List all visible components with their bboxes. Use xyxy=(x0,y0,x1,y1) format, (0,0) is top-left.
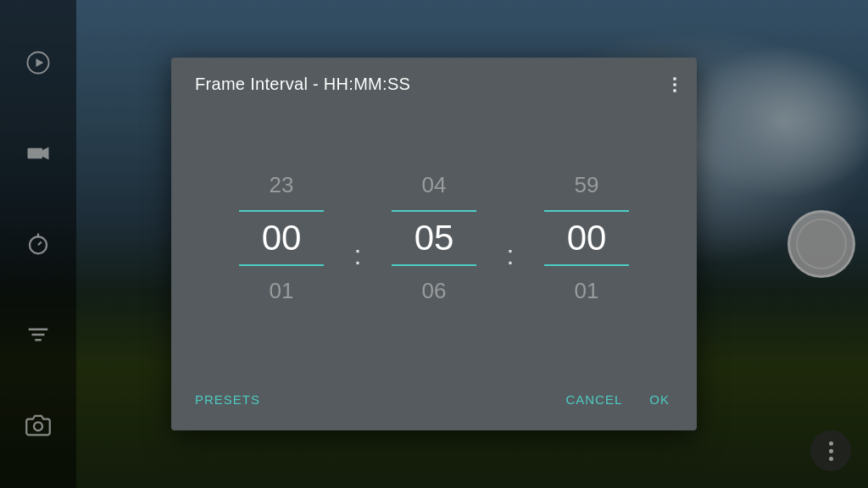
minutes-col-current[interactable]: 05 xyxy=(379,207,489,269)
minutes-value-wrapper: 05 xyxy=(392,207,476,269)
hours-below-value: 01 xyxy=(270,278,294,304)
colon-separator-1: : xyxy=(354,240,362,271)
minutes-top-line xyxy=(392,210,476,212)
time-picker: 23 04 59 00 xyxy=(171,108,697,377)
dialog-more-button[interactable] xyxy=(673,77,676,92)
hours-col-above: 23 xyxy=(226,172,337,198)
hours-col-below: 01 xyxy=(226,278,337,304)
minutes-above-value: 04 xyxy=(422,172,447,198)
seconds-top-line xyxy=(544,210,629,212)
cancel-button[interactable]: CANCEL xyxy=(552,385,636,413)
seconds-col-current[interactable]: 00 xyxy=(531,207,642,269)
seconds-col-below: 01 xyxy=(531,278,642,304)
minutes-bottom-line xyxy=(392,264,476,266)
seconds-col-above: 59 xyxy=(531,172,642,198)
time-above-row: 23 04 59 xyxy=(226,172,642,198)
hours-top-line xyxy=(239,210,324,212)
seconds-below-value: 01 xyxy=(575,278,599,304)
seconds-bottom-line xyxy=(544,264,629,266)
hours-value-wrapper: 00 xyxy=(239,207,324,269)
minutes-current-value: 05 xyxy=(415,215,454,261)
hours-bottom-line xyxy=(239,264,324,266)
seconds-current-value: 00 xyxy=(567,215,607,261)
frame-interval-dialog: Frame Interval - HH:MM:SS 23 04 59 xyxy=(171,58,697,430)
minutes-col-below: 06 xyxy=(379,278,489,304)
time-below-row: 01 06 01 xyxy=(226,278,642,304)
seconds-value-wrapper: 00 xyxy=(544,207,629,269)
colon-2: : xyxy=(489,206,531,271)
dialog-actions: PRESETS CANCEL OK xyxy=(171,377,697,430)
colon-1: : xyxy=(337,206,379,271)
presets-button[interactable]: PRESETS xyxy=(192,385,264,413)
minutes-col-above: 04 xyxy=(379,172,489,198)
hours-above-value: 23 xyxy=(270,172,294,198)
colon-separator-2: : xyxy=(507,240,515,271)
ok-button[interactable]: OK xyxy=(636,385,676,413)
dialog-overlay: Frame Interval - HH:MM:SS 23 04 59 xyxy=(0,0,868,488)
seconds-above-value: 59 xyxy=(575,172,599,198)
dialog-header: Frame Interval - HH:MM:SS xyxy=(171,58,697,108)
time-current-row: 00 : 05 : xyxy=(226,206,642,271)
hours-col-current[interactable]: 00 xyxy=(226,207,337,269)
hours-current-value: 00 xyxy=(262,215,302,261)
minutes-below-value: 06 xyxy=(422,278,447,304)
dialog-title: Frame Interval - HH:MM:SS xyxy=(195,75,410,94)
